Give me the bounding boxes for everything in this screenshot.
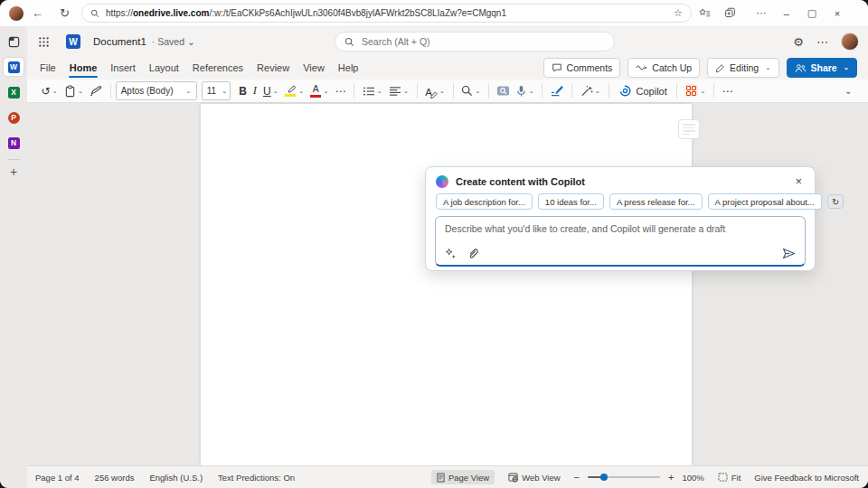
- italic-button[interactable]: I: [250, 81, 259, 101]
- sidebar-item-powerpoint[interactable]: P: [4, 108, 24, 127]
- attach-paperclip-icon[interactable]: [467, 248, 478, 259]
- collections-icon[interactable]: [724, 7, 748, 19]
- more-icon: ⋯: [722, 85, 733, 98]
- chevron-down-icon: ⌄: [323, 88, 328, 95]
- url-text: https://onedrive.live.com/:w:/t/EaCKkPs6…: [106, 8, 668, 18]
- language[interactable]: English (U.S.): [149, 473, 203, 483]
- tab-file[interactable]: File: [39, 59, 57, 77]
- toolbar-overflow-button[interactable]: ⋯: [719, 81, 736, 101]
- zoom-out-button[interactable]: −: [574, 472, 580, 483]
- ribbon-collapse-button[interactable]: ⌄: [840, 81, 855, 101]
- immersive-reader-button[interactable]: [494, 81, 514, 101]
- zoom-slider-thumb[interactable]: [600, 474, 608, 481]
- clipboard-icon: [64, 85, 76, 98]
- tab-view[interactable]: View: [302, 59, 326, 77]
- styles-button[interactable]: A ⌄: [422, 81, 448, 101]
- tab-layout[interactable]: Layout: [148, 59, 180, 77]
- search-box[interactable]: [335, 32, 615, 52]
- tab-home[interactable]: Home: [69, 59, 99, 77]
- zoom-in-button[interactable]: +: [668, 472, 674, 483]
- find-button[interactable]: ⌄: [458, 81, 484, 101]
- back-icon[interactable]: ←: [24, 6, 52, 20]
- copilot-button[interactable]: Copilot: [614, 84, 672, 98]
- chip-project-proposal[interactable]: A project proposal about...: [708, 193, 822, 210]
- word-count[interactable]: 256 words: [95, 473, 135, 483]
- font-color-button[interactable]: A ⌄: [307, 81, 332, 101]
- browser-menu-icon[interactable]: ⋯: [750, 7, 773, 19]
- user-avatar[interactable]: [841, 33, 859, 51]
- format-painter-button[interactable]: [87, 81, 106, 101]
- sparkle-icon[interactable]: [445, 248, 457, 259]
- catch-up-button[interactable]: Catch Up: [627, 58, 700, 78]
- copilot-dialog: Create content with Copilot × A job desc…: [425, 166, 816, 271]
- highlighter-icon: [285, 85, 297, 97]
- tab-insert[interactable]: Insert: [109, 59, 137, 77]
- sidebar-item-word[interactable]: W: [4, 58, 24, 76]
- copilot-prompt-box[interactable]: [435, 216, 806, 267]
- minimize-button[interactable]: –: [775, 8, 798, 19]
- font-overflow-button[interactable]: ⋯: [332, 81, 349, 101]
- sidebar-item-excel[interactable]: X: [4, 83, 24, 101]
- editor-button[interactable]: [547, 81, 567, 101]
- status-left: Page 1 of 4 256 words English (U.S.) Tex…: [27, 473, 295, 483]
- align-button[interactable]: ⌄: [385, 81, 411, 101]
- maximize-button[interactable]: ▢: [800, 7, 824, 19]
- feedback-link[interactable]: Give Feedback to Microsoft: [754, 473, 859, 483]
- paste-button[interactable]: ⌄: [61, 81, 86, 101]
- close-icon[interactable]: ×: [792, 174, 805, 188]
- zoom-level[interactable]: 100%: [682, 473, 703, 483]
- tab-review[interactable]: Review: [256, 59, 290, 77]
- font-size-select[interactable]: 11⌄: [202, 81, 231, 100]
- settings-gear-icon[interactable]: ⚙: [793, 35, 804, 49]
- copilot-icon: [618, 84, 632, 98]
- save-status[interactable]: · Saved ⌄: [152, 36, 195, 47]
- bookmark-star-icon[interactable]: ☆: [674, 7, 683, 19]
- document-page[interactable]: Create content with Copilot × A job desc…: [201, 104, 692, 465]
- add-ins-button[interactable]: ⌄: [682, 81, 709, 101]
- browser-profile-avatar[interactable]: [9, 6, 24, 21]
- sidebar-item-window[interactable]: [4, 33, 24, 51]
- address-bar[interactable]: https://onedrive.live.com/:w:/t/EaCKkPs6…: [81, 4, 692, 23]
- undo-button[interactable]: ↺⌄: [38, 81, 61, 101]
- bullets-button[interactable]: ⌄: [359, 81, 385, 101]
- comment-icon: [552, 62, 562, 73]
- fit-button[interactable]: Fit: [712, 470, 747, 484]
- favorites-icon[interactable]: [699, 7, 722, 19]
- page-view-button[interactable]: Page View: [431, 470, 495, 484]
- close-button[interactable]: ×: [826, 8, 849, 19]
- chip-press-release[interactable]: A press release for...: [609, 193, 703, 210]
- refresh-suggestions-button[interactable]: ↻: [827, 194, 844, 209]
- sidebar-item-onenote[interactable]: N: [4, 134, 24, 152]
- chip-job-description[interactable]: A job description for...: [436, 193, 533, 210]
- send-icon[interactable]: [782, 248, 796, 259]
- text-predictions[interactable]: Text Predictions: On: [218, 473, 295, 483]
- page-count[interactable]: Page 1 of 4: [35, 473, 80, 483]
- editing-mode-button[interactable]: Editing ⌄: [707, 58, 778, 78]
- highlight-button[interactable]: ⌄: [281, 81, 307, 101]
- word-app-icon[interactable]: W: [66, 34, 80, 49]
- copilot-prompt-input[interactable]: [436, 217, 805, 246]
- align-icon: [389, 86, 401, 97]
- tab-references[interactable]: References: [192, 59, 244, 77]
- document-title[interactable]: Document1: [93, 36, 146, 47]
- header-more-icon[interactable]: ⋯: [816, 35, 828, 49]
- share-button[interactable]: Share ⌄: [787, 58, 857, 78]
- bold-button[interactable]: B: [236, 81, 250, 101]
- font-name-select[interactable]: Aptos (Body)⌄: [116, 81, 197, 100]
- dictate-button[interactable]: ⌄: [514, 81, 537, 101]
- zoom-slider[interactable]: [588, 476, 660, 478]
- chevron-down-icon: ⌄: [273, 88, 278, 95]
- chip-ideas[interactable]: 10 ideas for...: [538, 193, 604, 210]
- search-input[interactable]: [362, 36, 579, 47]
- app-launcher-icon[interactable]: [36, 34, 52, 50]
- refresh-icon[interactable]: ↻: [52, 6, 78, 20]
- web-view-button[interactable]: Web View: [503, 470, 565, 484]
- onenote-icon: N: [8, 137, 20, 149]
- sidebar-add-button[interactable]: +: [10, 167, 17, 176]
- comments-button[interactable]: Comments: [543, 58, 621, 78]
- tab-help[interactable]: Help: [337, 59, 360, 77]
- autoformat-button[interactable]: ⌄: [577, 81, 603, 101]
- margin-comment-card[interactable]: [678, 119, 700, 139]
- underline-button[interactable]: U⌄: [260, 81, 282, 101]
- more-icon: ⋯: [335, 85, 346, 98]
